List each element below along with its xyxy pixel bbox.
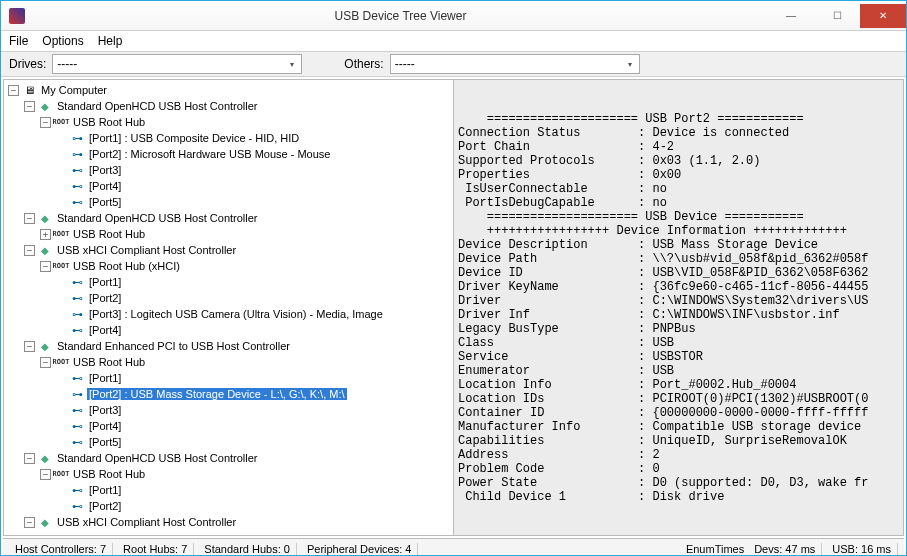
others-value: ----- [395,57,415,71]
collapse-icon[interactable]: − [24,213,35,224]
tree-pane[interactable]: −My Computer−Standard OpenHCD USB Host C… [4,80,454,535]
minimize-button[interactable]: — [768,4,814,28]
tree-node[interactable]: −USB Root Hub [6,466,451,482]
collapse-icon[interactable]: − [24,453,35,464]
port-icon [69,403,85,417]
tree-node[interactable]: −Standard Enhanced PCI to USB Host Contr… [6,338,451,354]
collapse-icon[interactable]: − [8,85,19,96]
collapse-icon[interactable]: − [40,357,51,368]
controller-icon [37,243,53,257]
expander-spacer [56,277,67,288]
tree-node[interactable]: [Port1] [6,370,451,386]
portdev-icon [69,307,85,321]
expander-spacer [56,181,67,192]
port-icon [69,499,85,513]
tree-node[interactable]: [Port2] : Microsoft Hardware USB Mouse -… [6,146,451,162]
port-icon [69,371,85,385]
port-icon [69,291,85,305]
expander-spacer [56,389,67,400]
tree-node-label: [Port3] : Logitech USB Camera (Ultra Vis… [87,308,385,320]
tree-node[interactable]: −USB xHCI Compliant Host Controller [6,242,451,258]
expander-spacer [56,309,67,320]
tree-node[interactable]: −USB Root Hub [6,354,451,370]
tree-node[interactable]: −Standard OpenHCD USB Host Controller [6,98,451,114]
detail-line: Driver Inf : C:\WINDOWS\INF\usbstor.inf [458,308,899,322]
tree-node[interactable]: [Port3] : Logitech USB Camera (Ultra Vis… [6,306,451,322]
tree-node[interactable]: −Standard OpenHCD USB Host Controller [6,210,451,226]
tree-node-label: [Port1] [87,484,123,496]
tree-node[interactable]: −Standard OpenHCD USB Host Controller [6,450,451,466]
others-combo[interactable]: ----- ▾ [390,54,640,74]
detail-line: Address : 2 [458,448,899,462]
expander-spacer [56,165,67,176]
collapse-icon[interactable]: − [40,117,51,128]
expander-spacer [56,293,67,304]
expander-spacer [56,197,67,208]
drives-value: ----- [57,57,77,71]
detail-line: Supported Protocols : 0x03 (1.1, 2.0) [458,154,899,168]
tree-node[interactable]: [Port3] [6,162,451,178]
tree-node[interactable]: +USB Root Hub [6,226,451,242]
tree-node-label: USB Root Hub [71,356,147,368]
tree-node[interactable]: [Port1] [6,482,451,498]
status-devs: Devs: 47 ms [748,543,822,555]
maximize-button[interactable]: ☐ [814,4,860,28]
tree-node[interactable]: [Port3] [6,402,451,418]
collapse-icon[interactable]: − [24,517,35,528]
detail-pane[interactable]: ===================== USB Port2 ========… [454,80,903,535]
portdev-icon [69,131,85,145]
tree-node[interactable]: [Port5] [6,194,451,210]
controller-icon [37,339,53,353]
others-label: Others: [344,57,383,71]
expander-spacer [56,149,67,160]
collapse-icon[interactable]: − [24,101,35,112]
expander-spacer [56,373,67,384]
expander-spacer [56,421,67,432]
detail-line: Problem Code : 0 [458,462,899,476]
port-icon [69,483,85,497]
tree-node[interactable]: −USB Root Hub [6,114,451,130]
collapse-icon[interactable]: − [24,341,35,352]
close-button[interactable]: ✕ [860,4,906,28]
app-icon [9,8,25,24]
port-icon [69,323,85,337]
detail-line: Location Info : Port_#0002.Hub_#0004 [458,378,899,392]
detail-line: Manufacturer Info : Compatible USB stora… [458,420,899,434]
menu-file[interactable]: File [9,34,28,48]
tree-node[interactable]: [Port2] [6,498,451,514]
expand-icon[interactable]: + [40,229,51,240]
tree-node-label: [Port4] [87,324,123,336]
port-icon [69,419,85,433]
drives-combo[interactable]: ----- ▾ [52,54,302,74]
menu-options[interactable]: Options [42,34,83,48]
tree-node[interactable]: −USB Root Hub (xHCI) [6,258,451,274]
expander-spacer [56,485,67,496]
collapse-icon[interactable]: − [40,261,51,272]
tree-node[interactable]: [Port5] [6,434,451,450]
tree-node[interactable]: −My Computer [6,82,451,98]
collapse-icon[interactable]: − [24,245,35,256]
tree-node-label: USB xHCI Compliant Host Controller [55,244,238,256]
tree-node[interactable]: [Port4] [6,418,451,434]
menu-help[interactable]: Help [98,34,123,48]
detail-line: Device Path : \\?\usb#vid_058f&pid_6362#… [458,252,899,266]
tree-node[interactable]: [Port1] [6,274,451,290]
tree-node-label: USB Root Hub (xHCI) [71,260,182,272]
tree-node[interactable]: −USB xHCI Compliant Host Controller [6,514,451,530]
tree-node-label: [Port1] [87,276,123,288]
port-icon [69,275,85,289]
tree-node[interactable]: [Port1] : USB Composite Device - HID, HI… [6,130,451,146]
status-standard-hubs: Standard Hubs: 0 [198,543,297,555]
roothub-icon [53,467,69,481]
collapse-icon[interactable]: − [40,469,51,480]
tree-node[interactable]: [Port4] [6,178,451,194]
tree-node[interactable]: [Port4] [6,322,451,338]
tree-node-label: [Port2] [87,292,123,304]
tree-node[interactable]: [Port2] : USB Mass Storage Device - L:\,… [6,386,451,402]
port-icon [69,435,85,449]
expander-spacer [56,405,67,416]
status-host-controllers: Host Controllers: 7 [9,543,113,555]
menubar: File Options Help [1,31,906,51]
tree-node-label: Standard OpenHCD USB Host Controller [55,100,260,112]
tree-node[interactable]: [Port2] [6,290,451,306]
